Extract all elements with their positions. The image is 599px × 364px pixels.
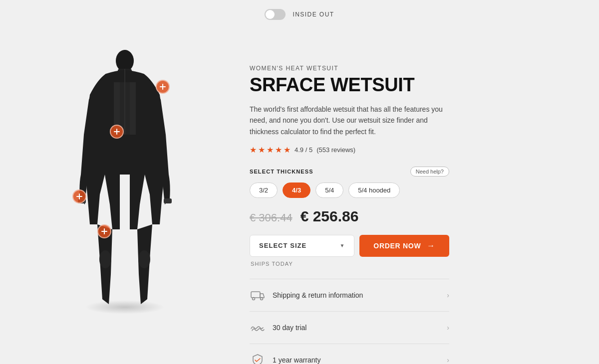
main-content: WOMEN'S HEAT WETSUIT SRFACE WETSUIT The … [0,25,599,364]
svg-point-9 [261,297,263,300]
product-description: The world's first affordable wetsuit tha… [250,104,449,137]
hotspot-hip[interactable] [97,224,111,238]
svg-point-8 [253,297,255,300]
info-item-warranty[interactable]: 1 year warranty › [250,344,449,364]
star-4: ★ [275,145,282,155]
thickness-4-3[interactable]: 4/3 [283,182,310,198]
order-row: SELECT SIZE ▼ ORDER NOW → [250,235,449,257]
price-sale: € 256.86 [300,208,359,225]
need-help-button[interactable]: Need help? [410,167,449,177]
wetsuit-figure [70,35,180,314]
chevron-right-warranty-icon: › [447,356,449,364]
product-title: SRFACE WETSUIT [250,75,449,96]
rating-row: ★ ★ ★ ★ ★ 4.9 / 5 (553 reviews) [250,145,449,155]
size-select[interactable]: SELECT SIZE ▼ [250,235,354,257]
info-item-trial[interactable]: 30 day trial › [250,312,449,344]
hotspot-shoulder-right[interactable] [156,80,170,94]
chevron-right-shipping-icon: › [447,291,449,299]
ships-today: SHIPS TODAY [250,261,449,267]
order-now-button[interactable]: ORDER NOW → [359,235,449,257]
wave-icon [250,320,266,336]
svg-point-3 [138,250,150,268]
info-items: Shipping & return information › 30 day t… [250,279,449,364]
size-select-label: SELECT SIZE [259,242,306,249]
star-2: ★ [258,145,265,155]
thickness-5-4-hooded[interactable]: 5/4 hooded [348,182,400,198]
price-row: € 306.44 € 256.86 [250,208,449,225]
thickness-5-4[interactable]: 5/4 [315,182,343,198]
svg-rect-5 [164,198,172,203]
thickness-3-2[interactable]: 3/2 [250,182,278,198]
wetsuit-silhouette [70,35,180,314]
shield-check-icon [250,352,266,364]
star-1: ★ [250,145,257,155]
rating-reviews: (553 reviews) [316,146,355,154]
svg-point-2 [99,250,111,268]
product-shadow [85,300,165,314]
product-image-area [20,25,230,324]
svg-rect-7 [251,292,260,298]
arrow-right-icon: → [427,241,435,250]
info-item-warranty-label: 1 year warranty [273,356,440,364]
thickness-section: SELECT THICKNESS Need help? 3/2 4/3 5/4 … [250,167,449,198]
chevron-down-icon: ▼ [339,243,345,248]
top-bar: INSIDE OUT [0,0,599,25]
hotspot-chest[interactable] [110,125,124,139]
price-original: € 306.44 [250,211,293,224]
chevron-right-trial-icon: › [447,324,449,332]
thickness-label: SELECT THICKNESS [250,169,313,175]
thickness-options: 3/2 4/3 5/4 5/4 hooded [250,182,449,198]
product-info: WOMEN'S HEAT WETSUIT SRFACE WETSUIT The … [250,25,449,364]
order-btn-label: ORDER NOW [373,242,421,250]
toggle-label: INSIDE OUT [293,11,334,18]
inside-out-toggle[interactable] [265,9,286,20]
stars: ★ ★ ★ ★ ★ [250,145,291,155]
truck-icon [250,287,266,303]
rating-score: 4.9 / 5 [295,146,312,154]
star-3: ★ [267,145,274,155]
svg-point-0 [116,50,134,72]
info-item-shipping-label: Shipping & return information [273,291,440,299]
info-item-shipping[interactable]: Shipping & return information › [250,279,449,312]
thickness-header: SELECT THICKNESS Need help? [250,167,449,177]
info-item-trial-label: 30 day trial [273,324,440,332]
star-5: ★ [284,145,291,155]
product-subtitle: WOMEN'S HEAT WETSUIT [250,65,449,72]
hotspot-wrist[interactable] [72,189,86,203]
